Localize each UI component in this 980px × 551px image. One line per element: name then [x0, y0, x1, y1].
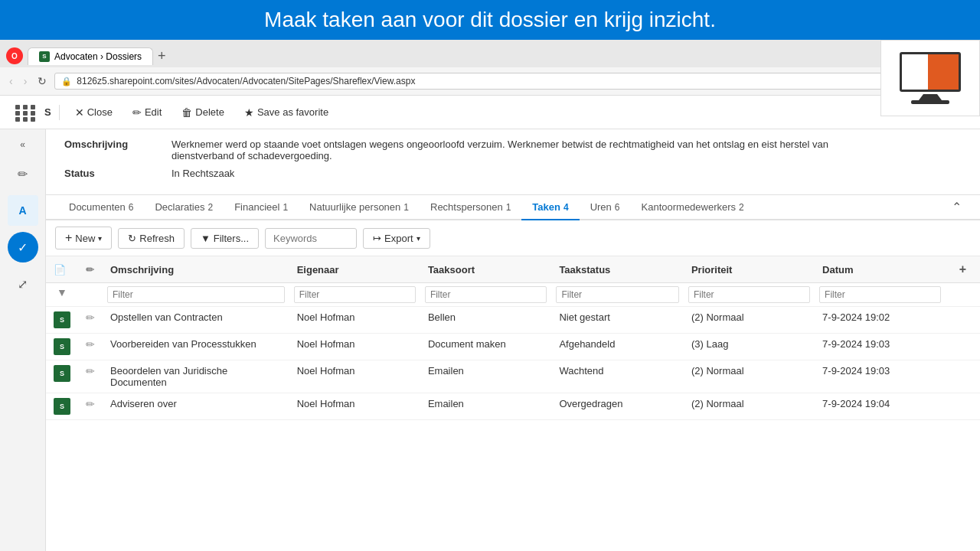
filter-datum-input[interactable] — [819, 286, 941, 303]
top-banner: Maak taken aan voor dit dossier en krijg… — [0, 0, 980, 40]
toolbar-divider — [59, 105, 60, 120]
waffle-icon[interactable] — [12, 102, 34, 123]
col-header-add[interactable]: + — [946, 256, 980, 283]
col-header-edit: ✏ — [78, 256, 103, 283]
col-header-datum[interactable]: Datum — [815, 256, 946, 283]
row-datum-3: 7-9-2024 19:04 — [815, 393, 946, 420]
tab-natuurlijke_personen[interactable]: Natuurlijke personen1 — [299, 195, 420, 220]
save-favorite-label: Save as favorite — [257, 106, 328, 118]
col-header-taakstatus[interactable]: Taakstatus — [551, 256, 684, 283]
filter-eigenaar-input[interactable] — [294, 286, 416, 303]
content-area: Omschrijving Werknemer werd op staande v… — [46, 129, 980, 551]
row-taaksoort-2: Emailen — [420, 360, 552, 393]
row-omschrijving-0: Opstellen van Contracten — [103, 307, 289, 334]
forward-button[interactable]: › — [21, 73, 31, 89]
tab-count-natuurlijke_personen: 1 — [403, 202, 409, 213]
row-taakstatus-1: Afgehandeld — [551, 334, 684, 360]
omschrijving-row: Omschrijving Werknemer werd op staande v… — [64, 139, 962, 161]
row-edit-cell-0: ✏ — [78, 307, 103, 334]
tab-documenten[interactable]: Documenten6 — [58, 195, 144, 220]
lock-icon: 🔒 — [61, 77, 72, 86]
row-icon-cell-1: S — [46, 334, 78, 360]
col-header-taaksoort[interactable]: Taaksoort — [420, 256, 552, 283]
edit-pencil-icon[interactable]: ✏ — [86, 311, 95, 324]
edit-pencil-icon[interactable]: ✏ — [86, 338, 95, 350]
tab-count-uren: 6 — [615, 202, 620, 213]
row-prioriteit-1: (3) Laag — [684, 334, 815, 360]
row-icon-cell-0: S — [46, 307, 78, 334]
row-add-cell-1 — [946, 334, 980, 360]
tab-taken[interactable]: Taken4 — [521, 195, 579, 220]
filter-prioriteit-input[interactable] — [688, 286, 810, 303]
tab-collapse-button[interactable]: ⌃ — [946, 197, 968, 217]
edit-pencil-icon[interactable]: ✏ — [86, 365, 95, 377]
sidebar-expand-icon[interactable]: ⤢ — [8, 269, 38, 299]
status-label: Status — [64, 168, 156, 179]
table-row: S✏Opstellen van ContractenNoel HofmanBel… — [46, 307, 980, 334]
tasks-tbody: S✏Opstellen van ContractenNoel HofmanBel… — [46, 307, 980, 420]
table-filter-row: ▼ — [46, 283, 980, 307]
excel-icon: S — [54, 311, 70, 328]
edit-pencil-icon[interactable]: ✏ — [86, 398, 95, 410]
export-icon: ↦ — [373, 233, 381, 244]
refresh-button[interactable]: ↻ Refresh — [118, 228, 185, 249]
tab-kantoormedewerkers[interactable]: Kantoormedewerkers2 — [631, 195, 755, 220]
tab-declaraties[interactable]: Declaraties2 — [144, 195, 224, 220]
reload-button[interactable]: ↻ — [34, 73, 50, 89]
row-omschrijving-1: Voorbereiden van Processtukken — [103, 334, 289, 360]
excel-icon: S — [54, 398, 70, 415]
delete-button[interactable]: 🗑 Delete — [174, 103, 232, 122]
row-datum-1: 7-9-2024 19:03 — [815, 334, 946, 360]
excel-icon: S — [54, 365, 70, 382]
action-bar: + New ▾ ↻ Refresh ▼ Filters... ↦ Export … — [46, 220, 980, 256]
refresh-label: Refresh — [139, 233, 175, 244]
col-header-prioriteit[interactable]: Prioriteit — [684, 256, 815, 283]
filters-label: Filters... — [214, 233, 249, 244]
new-dropdown-icon: ▾ — [98, 234, 102, 243]
sidebar-pencil-icon[interactable]: ✏ — [8, 158, 38, 189]
sidebar-collapse-button[interactable]: « — [14, 137, 32, 152]
edit-header-icon: ✏ — [86, 264, 94, 276]
tab-count-declaraties: 2 — [207, 202, 213, 213]
row-taakstatus-0: Niet gestart — [551, 307, 684, 334]
keywords-input[interactable] — [265, 228, 357, 249]
sidebar-a-icon[interactable]: A — [8, 195, 38, 226]
browser-chrome: O S Advocaten › Dossiers + ‹ › ↻ 🔒 8126z… — [0, 40, 980, 96]
edit-button[interactable]: ✏ Edit — [125, 103, 169, 122]
col-header-eigenaar[interactable]: Eigenaar — [289, 256, 420, 283]
add-column-icon[interactable]: + — [953, 259, 972, 279]
row-omschrijving-2: Beoordelen van Juridische Documenten — [103, 360, 289, 393]
col-header-omschrijving[interactable]: Omschrijving — [103, 256, 289, 283]
left-sidebar: « ✏ A ✓ ⤢ — [0, 129, 46, 551]
browser-tab-active[interactable]: S Advocaten › Dossiers — [28, 47, 153, 65]
close-button[interactable]: ✕ Close — [67, 103, 120, 122]
tab-uren[interactable]: Uren6 — [580, 195, 631, 220]
new-button[interactable]: + New ▾ — [55, 227, 112, 249]
filter-icon-cell: ▼ — [46, 283, 78, 307]
back-button[interactable]: ‹ — [6, 73, 16, 89]
tasks-table-wrapper: 📄 ✏ Omschrijving Eigenaar Taaksoort Taak… — [46, 256, 980, 551]
monitor-base — [911, 100, 949, 104]
browser-tabs: O S Advocaten › Dossiers + — [0, 40, 980, 67]
filter-taakstatus-input[interactable] — [556, 286, 679, 303]
filter-omschrijving-input[interactable] — [107, 286, 285, 303]
export-button[interactable]: ↦ Export ▾ — [363, 228, 430, 249]
sidebar-check-icon[interactable]: ✓ — [8, 232, 38, 262]
row-eigenaar-2: Noel Hofman — [289, 360, 420, 393]
opera-logo: O — [6, 47, 23, 64]
close-icon: ✕ — [75, 106, 84, 119]
tab-bar: Documenten6Declaraties2Financieel1Natuur… — [46, 195, 980, 220]
tab-financieel[interactable]: Financieel1 — [224, 195, 299, 220]
omschrijving-label: Omschrijving — [64, 139, 156, 150]
save-favorite-button[interactable]: ★ Save as favorite — [237, 103, 336, 122]
row-taakstatus-2: Wachtend — [551, 360, 684, 393]
filters-button[interactable]: ▼ Filters... — [191, 228, 259, 249]
table-row: S✏Adviseren overNoel HofmanEmailenOverge… — [46, 393, 980, 420]
monitor-stand — [919, 94, 942, 100]
address-bar[interactable]: 🔒 8126z5.sharepoint.com/sites/Advocaten/… — [54, 73, 974, 90]
new-tab-button[interactable]: + — [153, 48, 171, 64]
filter-taaksoort-input[interactable] — [425, 286, 547, 303]
row-prioriteit-3: (2) Normaal — [684, 393, 815, 420]
row-eigenaar-1: Noel Hofman — [289, 334, 420, 360]
tab-rechtspersonen[interactable]: Rechtspersonen1 — [420, 195, 521, 220]
